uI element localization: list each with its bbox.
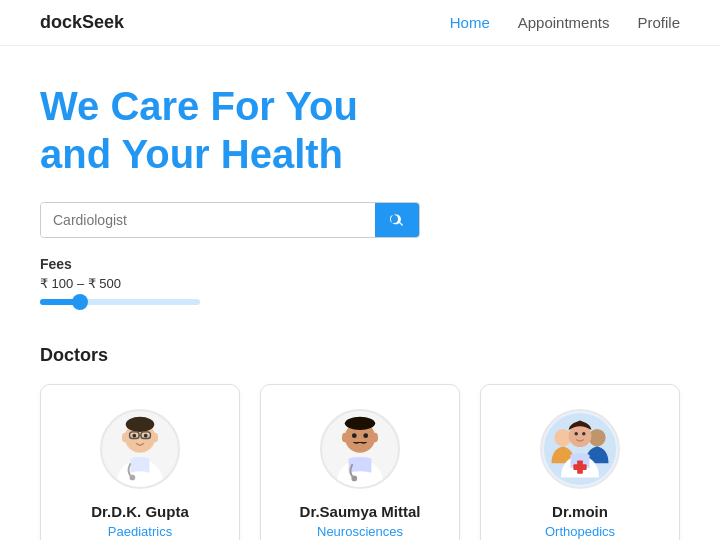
avatar-mittal xyxy=(320,409,400,489)
svg-point-2 xyxy=(122,433,128,443)
doctor-card-1[interactable]: Dr.Saumya Mittal Neurosciences MBBS ₹500… xyxy=(260,384,460,540)
svg-point-23 xyxy=(574,432,577,435)
nav-links: Home Appointments Profile xyxy=(450,14,680,31)
logo: dockSeek xyxy=(40,12,124,33)
search-icon xyxy=(389,212,405,228)
doctors-heading: Doctors xyxy=(40,345,680,366)
svg-point-12 xyxy=(342,433,348,443)
svg-point-14 xyxy=(352,433,357,438)
svg-point-4 xyxy=(132,434,136,438)
doctor-name-2: Dr.moin xyxy=(552,503,608,520)
fees-label: Fees xyxy=(40,256,680,272)
nav-appointments[interactable]: Appointments xyxy=(518,14,610,31)
hero-section: We Care For You and Your Health Fees ₹ 1… xyxy=(0,46,720,345)
nav-profile[interactable]: Profile xyxy=(637,14,680,31)
search-bar xyxy=(40,202,420,238)
doctors-grid: Dr.D.K. Gupta Paediatrics MBBS ₹700 xyxy=(40,384,680,540)
svg-point-15 xyxy=(363,433,368,438)
doctor-image-gupta xyxy=(102,411,178,487)
doctor-image-mittal xyxy=(322,411,398,487)
svg-point-16 xyxy=(351,476,357,482)
avatar-moin xyxy=(540,409,620,489)
svg-point-11 xyxy=(345,417,375,430)
doctor-specialty-0: Paediatrics xyxy=(108,524,172,539)
svg-point-3 xyxy=(152,433,158,443)
doctor-card-0[interactable]: Dr.D.K. Gupta Paediatrics MBBS ₹700 xyxy=(40,384,240,540)
hero-title: We Care For You and Your Health xyxy=(40,82,680,178)
doctor-specialty-1: Neurosciences xyxy=(317,524,403,539)
search-button[interactable] xyxy=(375,203,419,237)
fee-slider[interactable] xyxy=(40,299,200,305)
svg-point-9 xyxy=(130,475,136,481)
svg-point-5 xyxy=(144,434,148,438)
doctor-specialty-2: Orthopedics xyxy=(545,524,615,539)
svg-point-1 xyxy=(126,417,155,432)
nav-home[interactable]: Home xyxy=(450,14,490,31)
svg-rect-22 xyxy=(573,464,586,470)
navbar: dockSeek Home Appointments Profile xyxy=(0,0,720,46)
svg-point-13 xyxy=(372,433,378,443)
fees-section: Fees ₹ 100 – ₹ 500 xyxy=(40,256,680,305)
avatar-gupta xyxy=(100,409,180,489)
slider-thumb[interactable] xyxy=(72,294,88,310)
doctor-card-2[interactable]: Dr.moin Orthopedics MBBS ₹500 ★ ★ ★ ★ ★ xyxy=(480,384,680,540)
fees-range: ₹ 100 – ₹ 500 xyxy=(40,276,680,291)
doctors-section: Doctors xyxy=(0,345,720,540)
doctor-image-moin xyxy=(542,411,618,487)
doctor-name-0: Dr.D.K. Gupta xyxy=(91,503,189,520)
search-input[interactable] xyxy=(41,203,375,237)
doctor-name-1: Dr.Saumya Mittal xyxy=(300,503,421,520)
svg-point-24 xyxy=(582,432,585,435)
